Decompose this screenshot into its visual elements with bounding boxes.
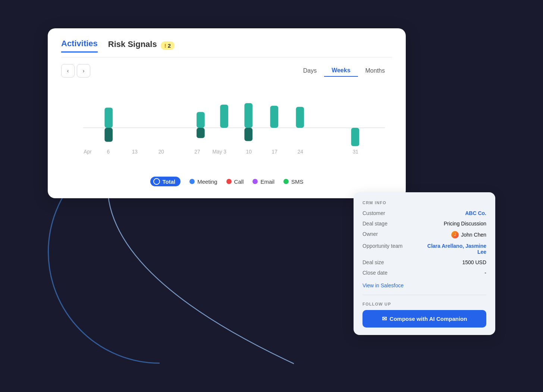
crm-row-owner: Owner J John Chen bbox=[362, 231, 486, 238]
legend-sms-label: SMS bbox=[291, 178, 304, 185]
svg-text:24: 24 bbox=[298, 149, 304, 155]
crm-label-deal-size: Deal size bbox=[362, 259, 411, 265]
legend-total-label: Total bbox=[163, 178, 176, 185]
call-dot bbox=[226, 179, 232, 184]
legend-sms: SMS bbox=[283, 178, 304, 185]
crm-label-deal-stage: Deal stage bbox=[362, 221, 411, 227]
svg-text:20: 20 bbox=[158, 149, 164, 155]
crm-section-label: CRM INFO bbox=[362, 200, 486, 205]
sms-dot bbox=[283, 179, 289, 184]
email-dot bbox=[252, 179, 258, 184]
crm-divider bbox=[362, 295, 486, 295]
tabs-container: Activities Risk Signals ! 2 bbox=[61, 39, 392, 57]
chart-area: Apr 6 13 20 27 May 3 10 17 24 31 bbox=[61, 81, 392, 171]
legend-meeting-label: Meeting bbox=[197, 178, 217, 185]
crm-value-deal-stage: Pricing Discussion bbox=[411, 221, 486, 227]
svg-text:31: 31 bbox=[353, 149, 358, 155]
prev-button[interactable]: ‹ bbox=[61, 64, 75, 78]
crm-value-opp-team[interactable]: Clara Arellano, Jasmine Lee bbox=[419, 243, 486, 255]
follow-up-section: FOLLOW UP ✉ Compose with AI Companion bbox=[362, 302, 486, 328]
crm-value-close-date: - bbox=[411, 270, 486, 276]
bar-teal-3 bbox=[220, 105, 228, 128]
crm-row-customer: Customer ABC Co. bbox=[362, 210, 486, 216]
bar-teal-1 bbox=[104, 108, 113, 128]
next-button[interactable]: › bbox=[77, 64, 90, 78]
tab-risk-signals[interactable]: Risk Signals bbox=[108, 39, 157, 52]
crm-value-customer[interactable]: ABC Co. bbox=[411, 210, 486, 216]
view-in-salesforce-link[interactable]: View in Salesfoce bbox=[362, 282, 404, 288]
nav-buttons: ‹ › bbox=[61, 64, 90, 78]
crm-label-opp-team: Opportunity team bbox=[362, 243, 411, 249]
compose-button-label: Compose with AI Companion bbox=[390, 316, 467, 322]
period-weeks[interactable]: Weeks bbox=[324, 65, 358, 77]
bar-teal-6 bbox=[296, 107, 304, 128]
compose-button[interactable]: ✉ Compose with AI Companion bbox=[362, 310, 486, 328]
total-icon bbox=[153, 178, 160, 185]
legend: Total Meeting Call Email SMS bbox=[61, 177, 392, 186]
period-days[interactable]: Days bbox=[296, 65, 324, 76]
bar-teal-4 bbox=[244, 103, 252, 128]
tab-activities[interactable]: Activities bbox=[61, 39, 98, 53]
crm-value-owner: John Chen bbox=[461, 232, 486, 238]
crm-value-deal-size: 1500 USD bbox=[411, 259, 486, 265]
follow-up-label: FOLLOW UP bbox=[362, 302, 486, 306]
risk-badge: ! 2 bbox=[161, 41, 175, 50]
bar-teal-7 bbox=[351, 128, 359, 146]
legend-meeting: Meeting bbox=[189, 178, 217, 185]
chart-controls: ‹ › Days Weeks Months bbox=[61, 64, 392, 78]
bar-teal-2 bbox=[197, 112, 205, 128]
svg-text:6: 6 bbox=[107, 149, 110, 155]
crm-label-owner: Owner bbox=[362, 231, 411, 237]
legend-call-label: Call bbox=[234, 178, 244, 185]
legend-total[interactable]: Total bbox=[150, 177, 181, 186]
bar-dark-2 bbox=[197, 128, 205, 138]
bar-dark-1 bbox=[104, 128, 113, 142]
legend-email-label: Email bbox=[260, 178, 274, 185]
svg-text:10: 10 bbox=[246, 149, 252, 155]
crm-card: CRM INFO Customer ABC Co. Deal stage Pri… bbox=[354, 192, 495, 335]
meeting-dot bbox=[189, 179, 195, 184]
activity-chart: Apr 6 13 20 27 May 3 10 17 24 31 bbox=[61, 81, 392, 171]
crm-label-customer: Customer bbox=[362, 210, 411, 216]
owner-row: J John Chen bbox=[451, 231, 486, 238]
crm-row-close-date: Close date - bbox=[362, 270, 486, 276]
bar-teal-5 bbox=[270, 106, 278, 128]
svg-text:27: 27 bbox=[194, 149, 200, 155]
activities-card: Activities Risk Signals ! 2 ‹ › Days Wee… bbox=[48, 28, 406, 198]
legend-call: Call bbox=[226, 178, 244, 185]
risk-count: 2 bbox=[168, 42, 171, 49]
legend-email: Email bbox=[252, 178, 274, 185]
exclamation-icon: ! bbox=[164, 42, 166, 49]
crm-row-deal-size: Deal size 1500 USD bbox=[362, 259, 486, 265]
svg-text:13: 13 bbox=[132, 149, 138, 155]
svg-text:May 3: May 3 bbox=[212, 149, 226, 155]
crm-row-deal-stage: Deal stage Pricing Discussion bbox=[362, 221, 486, 227]
period-months[interactable]: Months bbox=[358, 65, 392, 76]
crm-row-opportunity-team: Opportunity team Clara Arellano, Jasmine… bbox=[362, 243, 486, 255]
svg-text:Apr: Apr bbox=[84, 149, 92, 155]
period-buttons: Days Weeks Months bbox=[296, 65, 392, 77]
crm-label-close-date: Close date bbox=[362, 270, 411, 276]
svg-text:17: 17 bbox=[272, 149, 277, 155]
owner-avatar: J bbox=[451, 231, 459, 238]
mail-icon: ✉ bbox=[382, 315, 387, 322]
bar-dark-4 bbox=[244, 128, 252, 141]
